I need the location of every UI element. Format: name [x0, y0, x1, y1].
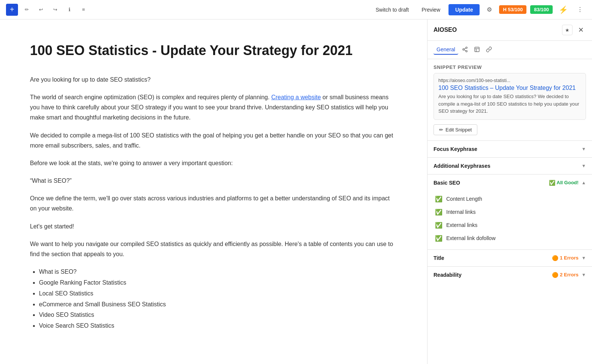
pencil-icon: ✏ [25, 7, 29, 12]
close-sidebar-button[interactable]: ✕ [576, 25, 586, 35]
pencil-icon-button[interactable]: ✏ [21, 4, 32, 15]
add-block-button[interactable]: + [6, 4, 18, 16]
additional-keyphrases-title: Additional Keyphrases [434, 163, 490, 169]
lightning-icon: ⚡ [559, 6, 568, 14]
settings-button[interactable]: ⚙ [483, 4, 495, 16]
title-badge-label: 1 Errors [560, 255, 579, 261]
sidebar-title: AIOSEO [434, 27, 457, 33]
svg-point-0 [466, 47, 467, 48]
star-icon: ★ [565, 27, 570, 33]
h-score-badge: H 53/100 [499, 5, 526, 14]
toc-list: What is SEO? Google Ranking Factor Stati… [39, 267, 397, 331]
svg-rect-5 [475, 47, 479, 52]
redo-icon: ↪ [53, 7, 57, 12]
settings-icon: ⚙ [487, 6, 492, 13]
page-title: 100 SEO Statistics - Update Your Strateg… [30, 42, 397, 60]
list-item: Google Ranking Factor Statistics [39, 277, 397, 288]
check-internal-links-label: Internal links [446, 209, 476, 215]
svg-point-1 [463, 49, 464, 50]
list-item: Video SEO Statistics [39, 310, 397, 321]
snippet-description: Are you looking for up to date SEO stati… [438, 93, 581, 115]
list-item: Voice Search SEO Statistics [39, 321, 397, 331]
check-icon-green: ✅ [435, 209, 443, 216]
undo-button[interactable]: ↩ [35, 4, 46, 15]
list-item: What is SEO? [39, 267, 397, 277]
paragraph-2: The world of search engine optimization … [30, 92, 397, 123]
paragraph-6: Once we define the term, we'll go over s… [30, 193, 397, 213]
check-external-link-dofollow: ✅ External link dofollow [428, 232, 592, 245]
focus-keyphrase-title: Focus Keyphrase [434, 146, 477, 152]
basic-seo-badge-label: All Good! [557, 180, 579, 185]
tab-share[interactable] [460, 45, 470, 55]
basic-seo-checklist: ✅ Content Length ✅ Internal links ✅ Exte… [428, 191, 592, 249]
additional-keyphrases-section: Additional Keyphrases ▼ [428, 157, 592, 174]
edit-snippet-button[interactable]: ✏ Edit Snippet [434, 124, 477, 135]
readability-header[interactable]: Readability 🟠 2 Errors ▼ [428, 267, 592, 283]
editor-body: Are you looking for up to date SEO stati… [30, 75, 397, 331]
readability-badge: 🟠 2 Errors [552, 272, 579, 278]
main-layout: 100 SEO Statistics - Update Your Strateg… [0, 19, 592, 364]
list-item: eCommerce and Small Business SEO Statist… [39, 299, 397, 310]
star-button[interactable]: ★ [562, 25, 573, 35]
undo-icon: ↩ [39, 7, 43, 12]
focus-keyphrase-header[interactable]: Focus Keyphrase ▼ [428, 141, 592, 157]
main-toolbar: + ✏ ↩ ↪ ℹ ≡ Switch to draft Preview Upda… [0, 0, 592, 19]
close-icon: ✕ [578, 26, 584, 34]
basic-seo-badge: ✅ All Good! [549, 180, 579, 186]
basic-seo-header[interactable]: Basic SEO ✅ All Good! ▲ [428, 175, 592, 191]
check-content-length-label: Content Length [446, 196, 482, 202]
creating-website-link[interactable]: Creating a website [271, 94, 321, 100]
error-dot-icon: 🟠 [552, 255, 558, 261]
svg-line-4 [464, 48, 466, 49]
chevron-down-icon: ▼ [582, 146, 586, 152]
snippet-url: https://aioseo.com/100-seo-statisti... [438, 78, 581, 83]
info-icon: ℹ [69, 7, 70, 12]
sidebar-header: AIOSEO ★ ✕ [428, 19, 592, 41]
check-internal-links: ✅ Internal links [428, 206, 592, 219]
menu-button[interactable]: ≡ [78, 4, 89, 15]
paragraph-5: “What is SEO?” [30, 176, 397, 186]
check-content-length: ✅ Content Length [428, 192, 592, 206]
check-external-links: ✅ External links [428, 219, 592, 232]
chevron-up-icon: ▲ [582, 180, 586, 185]
lightning-button[interactable]: ⚡ [556, 4, 570, 16]
paragraph-7: Let's get started! [30, 221, 397, 231]
tab-link[interactable] [484, 45, 494, 55]
paragraph-3: We decided to compile a mega-list of 100… [30, 130, 397, 151]
tab-schema[interactable] [472, 45, 482, 55]
readability-title: Readability [434, 272, 462, 278]
edit-snippet-label: Edit Snippet [445, 127, 472, 133]
g-score-badge: 83/100 [530, 5, 553, 14]
chevron-down-icon: ▼ [582, 272, 586, 277]
tab-general[interactable]: General [434, 45, 458, 55]
switch-to-draft-button[interactable]: Switch to draft [371, 4, 414, 15]
check-external-links-label: External links [446, 222, 477, 228]
g-score-label: 83/100 [534, 7, 549, 12]
update-button[interactable]: Update [448, 4, 480, 15]
info-button[interactable]: ℹ [64, 4, 75, 15]
focus-keyphrase-section: Focus Keyphrase ▼ [428, 140, 592, 157]
basic-seo-title: Basic SEO [434, 180, 460, 186]
toolbar-right: Switch to draft Preview Update ⚙ H 53/10… [371, 4, 586, 16]
menu-icon: ≡ [82, 7, 85, 12]
preview-button[interactable]: Preview [417, 4, 445, 15]
svg-line-3 [464, 50, 466, 51]
additional-keyphrases-header[interactable]: Additional Keyphrases ▼ [428, 158, 592, 174]
title-badge: 🟠 1 Errors [552, 255, 579, 261]
readability-badge-label: 2 Errors [560, 272, 579, 277]
title-section: Title 🟠 1 Errors ▼ [428, 249, 592, 266]
h-score-label: H 53/100 [503, 7, 523, 12]
check-circle-icon: ✅ [549, 180, 555, 186]
sidebar-header-icons: ★ ✕ [562, 25, 586, 35]
svg-point-2 [466, 51, 467, 52]
check-icon-green: ✅ [435, 222, 443, 229]
chevron-down-icon: ▼ [582, 163, 586, 169]
snippet-title[interactable]: 100 SEO Statistics – Update Your Strateg… [438, 85, 581, 91]
paragraph-8: We want to help you navigate our compile… [30, 239, 397, 259]
title-header[interactable]: Title 🟠 1 Errors ▼ [428, 250, 592, 266]
editor-area[interactable]: 100 SEO Statistics - Update Your Strateg… [0, 19, 427, 364]
sidebar-nav: General [428, 41, 592, 59]
more-options-button[interactable]: ⋮ [574, 4, 586, 16]
redo-button[interactable]: ↪ [49, 4, 61, 15]
more-icon: ⋮ [577, 6, 583, 13]
